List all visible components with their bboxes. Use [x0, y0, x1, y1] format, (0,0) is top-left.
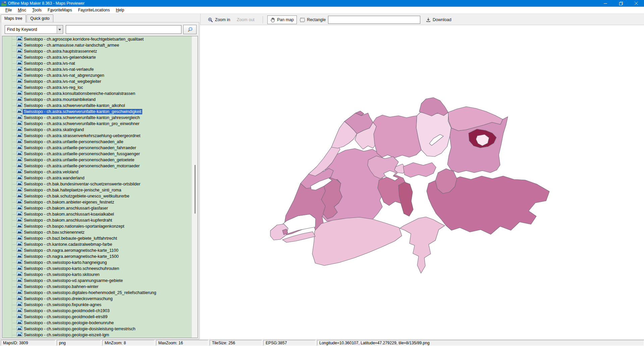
menu-file[interactable]: File	[2, 7, 15, 13]
list-item[interactable]: Swisstopo - ch.astra.ivs-nat	[2, 60, 192, 66]
rectangle-button[interactable]: Rectangle	[297, 15, 328, 24]
list-item[interactable]: Swisstopo - ch.swisstopo.fixpunkte-agnes	[2, 302, 192, 308]
list-item[interactable]: Swisstopo - ch.astra.ivs-nat-verlaeufe	[2, 66, 192, 72]
list-item[interactable]: Swisstopo - ch.bak.bundesinventar-schuet…	[2, 181, 192, 187]
menu-favoritelocations[interactable]: FavoriteLocations	[75, 7, 113, 13]
list-item[interactable]: Swisstopo - ch.bakom.anschlussart-kupfer…	[2, 217, 192, 223]
list-item[interactable]: Swisstopo - ch.astra.wanderland	[2, 175, 192, 181]
map-layer-icon	[17, 332, 22, 337]
map-layer-icon	[17, 229, 22, 234]
tree-connector	[12, 335, 16, 335]
map-preview-area[interactable]	[200, 25, 644, 339]
close-button[interactable]	[629, 0, 644, 7]
list-item[interactable]: Swisstopo - ch.astra.veloland	[2, 169, 192, 175]
restore-button[interactable]	[613, 0, 629, 7]
list-item[interactable]: Swisstopo - ch.swisstopo-karto.hangneigu…	[2, 260, 192, 266]
list-item[interactable]: Swisstopo - ch.swisstopo-karto.schneesch…	[2, 266, 192, 272]
list-item[interactable]: Swisstopo - ch.agroscope.korridore-feuch…	[2, 36, 192, 42]
list-item[interactable]: Swisstopo - ch.astra.unfaelle-personensc…	[2, 157, 192, 163]
tab-maps-tree[interactable]: Maps tree	[1, 14, 26, 22]
canton-uri[interactable]	[398, 182, 413, 216]
tree-connector	[12, 154, 16, 154]
canton-ticino[interactable]	[400, 217, 445, 273]
list-item[interactable]: Swisstopo - ch.baspo.nationales-sportanl…	[2, 223, 192, 229]
tree-connector	[12, 256, 16, 257]
dropdown-arrow-icon[interactable]	[57, 26, 62, 33]
list-item[interactable]: Swisstopo - ch.swisstopo.geologie-bodenu…	[2, 320, 192, 326]
canton-schaffhausen[interactable]	[419, 98, 448, 116]
list-item[interactable]: Swisstopo - ch.astra.schwerverunfallte-k…	[2, 121, 192, 127]
list-item-label: Swisstopo - ch.astra.schwerverunfallte-k…	[23, 115, 141, 120]
list-item[interactable]: Swisstopo - ch.swisstopo.geologie-eiszei…	[2, 332, 192, 338]
map-layer-icon	[17, 272, 22, 276]
list-item[interactable]: Swisstopo - ch.swisstopo.digitales-hoehe…	[2, 290, 192, 296]
tree-connector	[12, 184, 16, 184]
search-input[interactable]	[66, 25, 181, 34]
list-item[interactable]: Swisstopo - ch.nagra.aeromagnetische-kar…	[2, 247, 192, 253]
status-format: png	[57, 340, 101, 346]
menu-tools[interactable]: Tools	[29, 7, 45, 13]
list-item[interactable]: Swisstopo - ch.bakom.anschlussart-koaxia…	[2, 211, 192, 217]
list-item[interactable]: Swisstopo - ch.astra.ivs-gelaendekarte	[2, 54, 192, 60]
tree-connector	[12, 293, 16, 293]
map-layer-icon	[17, 175, 22, 180]
zoom-in-button[interactable]: Zoom in	[205, 15, 233, 24]
menu-favoritemaps[interactable]: FavoriteMaps	[45, 7, 75, 13]
scrollbar-thumb[interactable]	[195, 165, 196, 214]
list-item[interactable]: Swisstopo - ch.swisstopo.bahnen-winter	[2, 284, 192, 290]
list-item[interactable]: Swisstopo - ch.swisstopo-karto.skitouren	[2, 272, 192, 278]
list-item[interactable]: Swisstopo - ch.astra.schwerverunfallte-k…	[2, 109, 192, 115]
list-item[interactable]: Swisstopo - ch.bak.halteplaetze-jenische…	[2, 187, 192, 193]
list-item[interactable]: Swisstopo - ch.astra.ivs-nat_wegbegleite…	[2, 78, 192, 84]
list-item[interactable]: Swisstopo - ch.astra.konsultationsbereic…	[2, 91, 192, 97]
tab-quick-goto[interactable]: Quick goto	[26, 14, 53, 22]
list-item[interactable]: Swisstopo - ch.bazl.bebaute-gebiete_luft…	[2, 235, 192, 241]
tree-connector	[12, 208, 16, 209]
map-layer-icon	[17, 320, 22, 325]
list-item[interactable]: Swisstopo - ch.astra.schwerverunfallte-k…	[2, 115, 192, 121]
canton-schwyz[interactable]	[403, 163, 436, 177]
list-item[interactable]: Swisstopo - ch.astra.hauptstrassennetz	[2, 48, 192, 54]
download-range-input[interactable]	[328, 16, 420, 24]
list-item-label: Swisstopo - ch.agroscope.korridore-feuch…	[23, 37, 145, 42]
list-item[interactable]: Swisstopo - ch.astra.mountainbikeland	[2, 97, 192, 103]
list-item[interactable]: Swisstopo - ch.nagra.aeromagnetische-kar…	[2, 253, 192, 260]
list-item-label: Swisstopo - ch.astra.schwerverunfallte-k…	[23, 109, 142, 114]
canton-zurich[interactable]	[416, 112, 451, 157]
list-item[interactable]: Swisstopo - ch.astra.unfaelle-personensc…	[2, 151, 192, 157]
list-scrollbar[interactable]	[192, 36, 198, 338]
list-item[interactable]: Swisstopo - ch.armasuisse.natur-landscha…	[2, 42, 192, 48]
canton-aargau[interactable]	[373, 115, 421, 158]
list-item[interactable]: Swisstopo - ch.astra.unfaelle-personensc…	[2, 139, 192, 145]
list-item[interactable]: Swisstopo - ch.kantone.cadastralwebmap-f…	[2, 241, 192, 247]
list-item[interactable]: Swisstopo - ch.swisstopo.geoidmodell-ch1…	[2, 308, 192, 314]
menu-help[interactable]: Help	[113, 7, 127, 13]
list-item[interactable]: Swisstopo - ch.swisstopo-vd.spannungsarm…	[2, 278, 192, 284]
list-item[interactable]: Swisstopo - ch.astra.skatingland	[2, 127, 192, 133]
list-item[interactable]: Swisstopo - ch.astra.ivs-nat_abgrenzunge…	[2, 72, 192, 78]
list-item[interactable]: Swisstopo - ch.astra.ivs-reg_loc	[2, 84, 192, 91]
find-mode-dropdown[interactable]: Find by Keyword	[5, 25, 63, 34]
map-layer-icon	[17, 187, 22, 192]
list-item[interactable]: Swisstopo - ch.astra.unfaelle-personensc…	[2, 163, 192, 169]
list-item[interactable]: Swisstopo - ch.astra.strassenverkehrszae…	[2, 133, 192, 139]
zoom-out-button[interactable]: Zoom out	[234, 15, 257, 24]
canton-valais[interactable]	[312, 217, 402, 266]
download-button[interactable]: Download	[423, 15, 454, 24]
tree-connector	[12, 118, 16, 118]
list-item[interactable]: Swisstopo - ch.bakom.anschlussart-glasfa…	[2, 205, 192, 211]
list-item-label: Swisstopo - ch.armasuisse.natur-landscha…	[23, 43, 120, 48]
list-item[interactable]: Swisstopo - ch.swisstopo.dreiecksvermasc…	[2, 296, 192, 302]
list-item[interactable]: Swisstopo - ch.bak.schutzgebiete-unesco_…	[2, 193, 192, 199]
list-item[interactable]: Swisstopo - ch.bakom.anbieter-eigenes_fe…	[2, 199, 192, 205]
list-item[interactable]: Swisstopo - ch.astra.schwerverunfallte-k…	[2, 103, 192, 109]
pan-map-button[interactable]: Pan map	[267, 15, 297, 24]
list-item[interactable]: Swisstopo - ch.astra.unfaelle-personensc…	[2, 145, 192, 151]
list-item[interactable]: Swisstopo - ch.swisstopo.geoidmodell-etr…	[2, 314, 192, 320]
switzerland-choropleth-map[interactable]	[268, 96, 552, 277]
list-item[interactable]: Swisstopo - ch.swisstopo.geologie-dosisl…	[2, 326, 192, 332]
list-item[interactable]: Swisstopo - ch.bav.schienennetz	[2, 229, 192, 235]
minimize-button[interactable]	[598, 0, 613, 7]
menu-misc[interactable]: Misc	[15, 7, 29, 13]
search-button[interactable]	[183, 25, 197, 34]
